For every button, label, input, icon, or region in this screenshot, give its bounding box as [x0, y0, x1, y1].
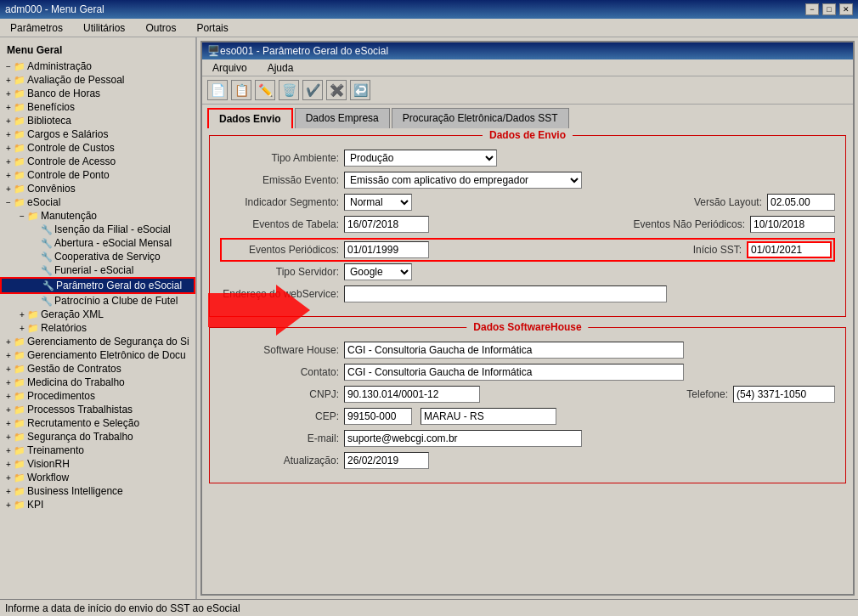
sidebar-item-esocial[interactable]: −📁eSocial	[0, 195, 195, 209]
minimize-button[interactable]: −	[805, 3, 819, 15]
tree-icon: 🔧	[41, 265, 53, 276]
sidebar-item-abertura[interactable]: 🔧Abertura - eSocial Mensal	[0, 236, 195, 250]
expand-icon: +	[3, 487, 14, 496]
sidebar-item-gerenc-eletronico[interactable]: +📁Gerenciamento Eletrônico de Docu	[0, 348, 195, 362]
sidebar-item-kpi[interactable]: +📁KPI	[0, 498, 195, 511]
save-button[interactable]: ✔️	[302, 80, 323, 100]
software-house-row: Software House:	[220, 342, 835, 359]
sidebar-item-gerenc-seguranca[interactable]: +📁Gerenciamento de Segurança do Si	[0, 335, 195, 348]
expand-icon: +	[3, 184, 14, 194]
expand-icon: +	[3, 103, 14, 112]
tree-label: Funerial - eSocial	[54, 264, 133, 276]
tree-label: Treinamento	[27, 444, 84, 456]
sidebar-item-visionrh[interactable]: +📁VisionRH	[0, 457, 195, 471]
sidebar-item-seguranca[interactable]: +📁Segurança do Trabalho	[0, 430, 195, 444]
tree-icon: 📁	[14, 364, 25, 375]
sidebar-item-convenios[interactable]: +📁Convênios	[0, 182, 195, 195]
new-button[interactable]: 📄	[207, 80, 228, 100]
sidebar-item-cargos[interactable]: +📁Cargos e Salários	[0, 127, 195, 141]
sidebar-item-gestao-contratos[interactable]: +📁Gestão de Contratos	[0, 362, 195, 376]
eventos-periodicos-input[interactable]	[344, 241, 429, 258]
inner-window: 🖥️ eso001 - Parâmetro Geral do eSocial A…	[200, 41, 855, 596]
dados-softwarehouse-section: Dados SoftwareHouse Software House: Cont…	[209, 327, 846, 483]
tab-procuracao[interactable]: Procuração Eletrônica/Dados SST	[392, 108, 569, 128]
tree-icon: 🔧	[41, 251, 53, 263]
endereco-webservice-input[interactable]	[344, 285, 667, 302]
sidebar-item-bi[interactable]: +📁Business Intelligence	[0, 484, 195, 498]
sidebar-item-treinamento[interactable]: +📁Treinamento	[0, 444, 195, 457]
tab-dados-empresa[interactable]: Dados Empresa	[295, 108, 390, 128]
sidebar-item-processos[interactable]: +📁Processos Trabalhistas	[0, 403, 195, 416]
menu-portais[interactable]: Portais	[189, 20, 234, 36]
sidebar-item-beneficios[interactable]: +📁Benefícios	[0, 100, 195, 114]
sidebar-item-manutencao[interactable]: −📁Manutenção	[0, 209, 195, 223]
edit-button[interactable]: ✏️	[255, 80, 275, 100]
sidebar-item-biblioteca[interactable]: +📁Biblioteca	[0, 114, 195, 127]
cep-cidade-row: CEP:	[220, 408, 835, 425]
sidebar-item-geracao-xml[interactable]: +📁Geração XML	[0, 308, 195, 321]
sidebar-item-administracao[interactable]: −📁Administração	[0, 59, 195, 73]
inner-window-title: eso001 - Parâmetro Geral do eSocial	[220, 45, 388, 57]
email-input	[344, 430, 582, 447]
sidebar-item-recrutamento[interactable]: +📁Recrutamento e Seleção	[0, 416, 195, 430]
cnpj-input	[344, 386, 480, 403]
eventos-nao-periodicos-input[interactable]	[750, 216, 835, 233]
contato-row: Contato:	[220, 364, 835, 381]
copy-button[interactable]: 📋	[231, 80, 251, 100]
undo-button[interactable]: ↩️	[350, 80, 370, 100]
close-button[interactable]: ✕	[839, 3, 853, 15]
sidebar-item-cooperativa[interactable]: 🔧Cooperativa de Serviço	[0, 250, 195, 263]
tree-icon: 📁	[27, 211, 39, 222]
expand-icon: +	[3, 76, 14, 85]
expand-icon: +	[3, 365, 14, 374]
sidebar-item-banco-horas[interactable]: +📁Banco de Horas	[0, 87, 195, 100]
versao-layout-input[interactable]	[767, 194, 835, 211]
sidebar-item-controle-ponto[interactable]: +📁Controle de Ponto	[0, 168, 195, 182]
menu-utilitarios[interactable]: Utilitários	[76, 20, 132, 36]
tree-label: Procedimentos	[27, 390, 95, 402]
menu-ajuda[interactable]: Ajuda	[261, 60, 301, 76]
inicio-sst-input[interactable]	[747, 241, 832, 258]
sidebar-item-controle-custos[interactable]: +📁Controle de Custos	[0, 141, 195, 155]
cancel-button[interactable]: ✖️	[326, 80, 347, 100]
contato-input	[344, 364, 684, 381]
menu-parametros[interactable]: Parâmetros	[3, 20, 70, 36]
expand-icon	[31, 297, 41, 306]
status-bar: Informe a data de início do envio do SST…	[0, 599, 858, 616]
tree-icon: 📁	[14, 61, 25, 72]
indicador-versao-row: Indicador Segmento: Normal Outros Versão…	[220, 194, 835, 211]
tab-dados-envio[interactable]: Dados Envio	[207, 108, 293, 128]
tree-label: eSocial	[27, 196, 60, 208]
sidebar-item-patrocinio[interactable]: 🔧Patrocínio a Clube de Futel	[0, 294, 195, 308]
tree-icon: 📁	[14, 500, 25, 511]
tipo-ambiente-select[interactable]: Produção Homologação	[344, 150, 497, 167]
sidebar-item-medicina[interactable]: +📁Medicina do Trabalho	[0, 376, 195, 389]
maximize-button[interactable]: □	[822, 3, 836, 15]
sidebar-item-parametro[interactable]: 🔧Parâmetro Geral do eSocial	[0, 277, 195, 294]
sidebar-item-procedimentos[interactable]: +📁Procedimentos	[0, 389, 195, 403]
sidebar-item-relatorios[interactable]: +📁Relatórios	[0, 321, 195, 335]
sidebar-item-isencao[interactable]: 🔧Isenção da Filial - eSocial	[0, 223, 195, 236]
tree-label: Manutenção	[41, 210, 97, 222]
sidebar-item-avaliacao[interactable]: +📁Avaliação de Pessoal	[0, 73, 195, 87]
versao-layout-label: Versão Layout:	[660, 196, 762, 208]
tree-label: Relatórios	[41, 322, 87, 334]
menu-arquivo[interactable]: Arquivo	[206, 60, 254, 76]
expand-icon	[31, 266, 41, 275]
tree-icon: 📁	[14, 184, 25, 195]
eventos-tabela-input[interactable]	[344, 216, 429, 233]
tab-bar: Dados Envio Dados Empresa Procuração Ele…	[202, 105, 853, 128]
sidebar-item-funerial[interactable]: 🔧Funerial - eSocial	[0, 263, 195, 277]
cep-label: CEP:	[220, 410, 339, 422]
tree-icon: 🔧	[42, 280, 54, 291]
sidebar-item-workflow[interactable]: +📁Workflow	[0, 471, 195, 484]
tree-icon: 📁	[14, 459, 25, 470]
expand-icon: +	[3, 351, 14, 360]
sidebar-item-controle-acesso[interactable]: +📁Controle de Acesso	[0, 155, 195, 168]
tipo-servidor-select[interactable]: Google Outro	[344, 263, 412, 280]
status-text: Informe a data de início do envio do SST…	[5, 602, 240, 614]
delete-button[interactable]: 🗑️	[279, 80, 299, 100]
menu-outros[interactable]: Outros	[138, 20, 183, 36]
indicador-segmento-select[interactable]: Normal Outros	[344, 194, 412, 211]
emissao-evento-select[interactable]: Emissão com aplicativo do empregador	[344, 172, 582, 189]
